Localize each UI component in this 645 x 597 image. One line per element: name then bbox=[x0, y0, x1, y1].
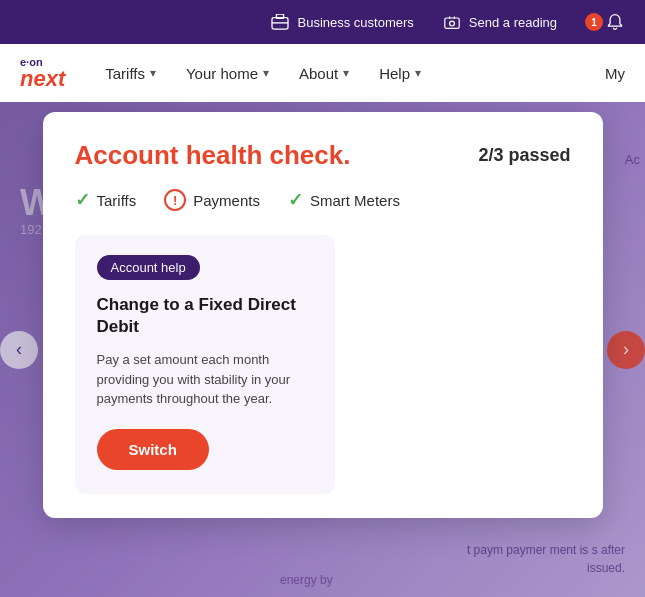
nav-my-label: My bbox=[605, 65, 625, 82]
nav-your-home[interactable]: Your home ▾ bbox=[186, 65, 269, 82]
svg-rect-3 bbox=[445, 18, 459, 28]
check-payments-label: Payments bbox=[193, 192, 260, 209]
logo: e·on next bbox=[20, 57, 65, 90]
switch-button[interactable]: Switch bbox=[97, 429, 209, 470]
nav-about-label: About bbox=[299, 65, 338, 82]
notification-badge: 1 bbox=[585, 13, 603, 31]
chevron-down-icon: ▾ bbox=[343, 66, 349, 80]
nav-about[interactable]: About ▾ bbox=[299, 65, 349, 82]
nav-help-label: Help bbox=[379, 65, 410, 82]
check-smart-meters-label: Smart Meters bbox=[310, 192, 400, 209]
svg-point-4 bbox=[449, 21, 454, 26]
modal-title: Account health check. bbox=[75, 140, 351, 171]
chevron-down-icon: ▾ bbox=[150, 66, 156, 80]
check-pass-icon: ✓ bbox=[75, 189, 90, 211]
send-reading-label: Send a reading bbox=[469, 15, 557, 30]
nav-my[interactable]: My bbox=[605, 65, 625, 82]
check-smart-meters: ✓ Smart Meters bbox=[288, 189, 400, 211]
check-pass-icon: ✓ bbox=[288, 189, 303, 211]
modal-passed: 2/3 passed bbox=[478, 145, 570, 166]
health-checks-list: ✓ Tariffs ! Payments ✓ Smart Meters bbox=[75, 189, 571, 211]
info-card-title: Change to a Fixed Direct Debit bbox=[97, 294, 313, 338]
nav-help[interactable]: Help ▾ bbox=[379, 65, 421, 82]
check-tariffs-label: Tariffs bbox=[97, 192, 137, 209]
send-reading-link[interactable]: Send a reading bbox=[442, 12, 557, 32]
nav-your-home-label: Your home bbox=[186, 65, 258, 82]
check-tariffs: ✓ Tariffs bbox=[75, 189, 137, 211]
modal-header: Account health check. 2/3 passed bbox=[75, 140, 571, 171]
nav-tariffs[interactable]: Tariffs ▾ bbox=[105, 65, 156, 82]
check-warning-icon: ! bbox=[164, 189, 186, 211]
business-customers-link[interactable]: Business customers bbox=[270, 12, 413, 32]
business-customers-label: Business customers bbox=[297, 15, 413, 30]
nav-tariffs-label: Tariffs bbox=[105, 65, 145, 82]
meter-icon bbox=[442, 12, 462, 32]
check-payments: ! Payments bbox=[164, 189, 260, 211]
top-bar: Business customers Send a reading 1 bbox=[0, 0, 645, 44]
briefcase-icon bbox=[270, 12, 290, 32]
health-check-modal: Account health check. 2/3 passed ✓ Tarif… bbox=[43, 112, 603, 518]
bell-icon bbox=[605, 12, 625, 32]
account-help-badge: Account help bbox=[97, 255, 200, 280]
main-nav: e·on next Tariffs ▾ Your home ▾ About ▾ … bbox=[0, 44, 645, 102]
product-name: next bbox=[20, 68, 65, 90]
chevron-down-icon: ▾ bbox=[415, 66, 421, 80]
info-card: Account help Change to a Fixed Direct De… bbox=[75, 235, 335, 494]
modal-overlay: Account health check. 2/3 passed ✓ Tarif… bbox=[0, 102, 645, 597]
info-card-description: Pay a set amount each month providing yo… bbox=[97, 350, 313, 409]
notification-area[interactable]: 1 bbox=[585, 12, 625, 32]
chevron-down-icon: ▾ bbox=[263, 66, 269, 80]
